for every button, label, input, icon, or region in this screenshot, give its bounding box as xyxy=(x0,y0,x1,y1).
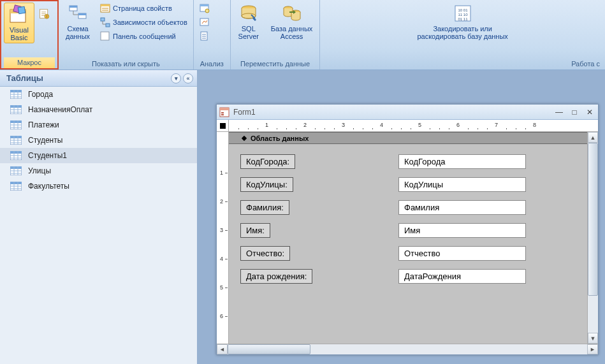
svg-rect-38 xyxy=(10,136,22,138)
sql-server-button[interactable]: SQL Server xyxy=(233,1,264,42)
field-label[interactable]: Дата рождения: xyxy=(240,269,312,284)
field-textbox[interactable]: Фамилия xyxy=(398,200,526,215)
table-icon xyxy=(10,105,22,114)
field-label[interactable]: Имя: xyxy=(240,223,270,238)
form-field-row: КодГорода: КодГорода xyxy=(240,153,576,170)
horizontal-ruler[interactable]: 12345678 xyxy=(229,120,598,131)
form-title: Form1 xyxy=(233,108,550,117)
ruler-number: 8 xyxy=(533,122,536,128)
detail-section-header[interactable]: Область данных xyxy=(229,132,587,144)
nav-item[interactable]: Студенты xyxy=(0,133,197,148)
vertical-scrollbar[interactable]: ▲ ▼ xyxy=(587,132,598,344)
nav-item[interactable]: Улицы xyxy=(0,163,197,178)
table-icon xyxy=(10,182,22,191)
field-textbox[interactable]: КодГорода xyxy=(398,154,526,169)
scroll-up-button[interactable]: ▲ xyxy=(588,132,598,143)
analyze-btn-2[interactable] xyxy=(196,15,213,29)
object-dependencies-button[interactable]: Зависимости объектов xyxy=(97,15,191,29)
ribbon: Visual Basic ! Макрос xyxy=(0,0,605,70)
field-label[interactable]: КодГорода: xyxy=(240,154,295,169)
svg-rect-10 xyxy=(78,13,86,15)
table-icon xyxy=(10,166,22,175)
form-selector[interactable] xyxy=(217,120,229,131)
scroll-left-button[interactable]: ◄ xyxy=(217,344,228,354)
nav-item[interactable]: НазначенияОплат xyxy=(0,102,197,117)
nav-header[interactable]: Таблицы ▾ « xyxy=(0,70,197,87)
nav-item[interactable]: Факультеты xyxy=(0,178,197,194)
analyze-btn-3[interactable] xyxy=(196,29,213,43)
minimize-button[interactable]: — xyxy=(553,107,565,117)
field-label[interactable]: КодУлицы: xyxy=(240,177,293,192)
nav-collapse-icon[interactable]: « xyxy=(183,73,193,84)
form-field-row: КодУлицы: КодУлицы xyxy=(240,176,576,193)
svg-text:!: ! xyxy=(46,15,47,18)
ribbon-group-show-hide-label: Показать или скрыть xyxy=(61,59,191,69)
svg-rect-44 xyxy=(10,182,22,184)
svg-text:01 11: 01 11 xyxy=(458,17,468,21)
nav-item[interactable]: Города xyxy=(0,87,197,102)
svg-rect-19 xyxy=(200,18,208,25)
svg-rect-48 xyxy=(221,114,224,115)
table-icon xyxy=(10,151,22,160)
form-titlebar[interactable]: Form1 — □ ✕ xyxy=(217,105,598,120)
form-field-row: Фамилия: Фамилия xyxy=(240,199,576,215)
svg-rect-12 xyxy=(101,4,110,6)
svg-point-18 xyxy=(205,9,209,13)
access-db-button[interactable]: База данных Access xyxy=(266,1,317,42)
h-scroll-track[interactable] xyxy=(228,344,587,354)
ruler-number: 4 xyxy=(380,122,383,128)
encode-db-button[interactable]: 10 01 11 10 01 11 Закодировать или раско… xyxy=(412,1,512,42)
v-scroll-thumb[interactable] xyxy=(588,143,598,296)
access-db-label: База данных Access xyxy=(271,25,313,40)
encode-db-label: Закодировать или раскодировать базу данн… xyxy=(417,25,507,40)
nav-item-label: Платежи xyxy=(28,120,59,129)
nav-item-label: Студенты1 xyxy=(28,151,67,160)
nav-header-title: Таблицы xyxy=(6,73,43,83)
svg-rect-46 xyxy=(220,108,229,110)
analyze-doc-icon xyxy=(200,31,210,41)
field-label[interactable]: Отчество: xyxy=(240,246,290,261)
horizontal-scrollbar[interactable]: ◄ ► xyxy=(217,344,598,354)
ruler-number: 1 xyxy=(220,170,223,176)
ribbon-group-db-tools: 10 01 11 10 01 11 Закодировать или раско… xyxy=(320,0,605,69)
macro-run-button[interactable]: ! xyxy=(37,3,55,28)
detail-section[interactable]: КодГорода: КодГородаКодУлицы: КодУлицыФа… xyxy=(229,144,587,300)
analyze-table-icon xyxy=(200,3,210,13)
close-button[interactable]: ✕ xyxy=(584,107,595,117)
svg-rect-34 xyxy=(10,105,22,108)
analyze-btn-1[interactable] xyxy=(196,1,213,15)
scroll-right-button[interactable]: ► xyxy=(587,344,598,354)
checkbox-icon xyxy=(100,31,110,41)
nav-item[interactable]: Платежи xyxy=(0,117,197,133)
encode-icon: 10 01 11 10 01 11 xyxy=(453,3,473,24)
ruler-number: 1 xyxy=(265,122,268,128)
field-textbox[interactable]: ДатаРождения xyxy=(398,269,526,284)
scroll-down-button[interactable]: ▼ xyxy=(588,333,598,344)
v-scroll-track[interactable] xyxy=(588,143,598,333)
visual-basic-button[interactable]: Visual Basic xyxy=(4,3,34,43)
nav-dropdown-icon[interactable]: ▾ xyxy=(171,73,181,84)
form-field-row: Дата рождения: ДатаРождения xyxy=(240,268,576,284)
relationships-button[interactable]: Схема данных xyxy=(61,1,94,42)
vertical-ruler[interactable]: 123456 xyxy=(217,132,229,344)
svg-rect-40 xyxy=(10,151,22,154)
nav-item-label: Факультеты xyxy=(28,182,69,191)
svg-rect-36 xyxy=(10,120,22,123)
form-icon xyxy=(219,107,230,117)
svg-rect-15 xyxy=(101,32,109,40)
detail-section-label: Область данных xyxy=(251,135,309,142)
maximize-button[interactable]: □ xyxy=(569,107,580,117)
property-sheet-button[interactable]: Страница свойств xyxy=(97,1,191,15)
ruler-number: 2 xyxy=(220,198,223,205)
nav-item-label: Города xyxy=(28,90,53,99)
design-surface[interactable]: Область данных КодГорода: КодГородаКодУл… xyxy=(229,132,587,344)
field-textbox[interactable]: КодУлицы xyxy=(398,177,526,192)
table-icon xyxy=(10,90,22,99)
message-bar-button[interactable]: Панель сообщений xyxy=(97,29,191,43)
field-label[interactable]: Фамилия: xyxy=(240,200,289,215)
nav-item[interactable]: Студенты1 xyxy=(0,148,197,163)
field-textbox[interactable]: Имя xyxy=(398,223,526,238)
field-textbox[interactable]: Отчество xyxy=(398,246,526,261)
ribbon-group-db-tools-label: Работа с xyxy=(323,59,602,69)
h-scroll-thumb[interactable] xyxy=(228,344,310,354)
